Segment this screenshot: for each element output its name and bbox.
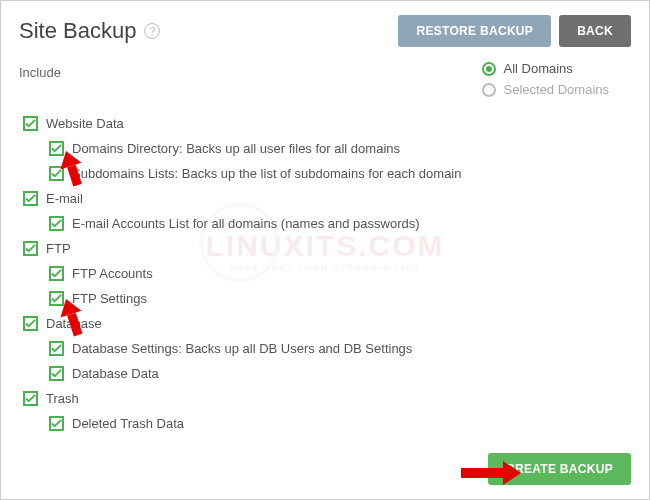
checkbox-ftp-accounts[interactable]: FTP Accounts [49, 261, 631, 286]
radio-label: Selected Domains [504, 82, 610, 97]
radio-selected-domains[interactable]: Selected Domains [482, 82, 610, 97]
item-label: Database Settings: Backs up all DB Users… [72, 341, 412, 356]
checkbox-icon [49, 291, 64, 306]
checkbox-domains-directory[interactable]: Domains Directory: Backs up all user fil… [49, 136, 631, 161]
item-label: Database [46, 316, 102, 331]
item-label: E-mail Accounts List for all domains (na… [72, 216, 420, 231]
item-label: Deleted Trash Data [72, 416, 184, 431]
item-label: Domains Directory: Backs up all user fil… [72, 141, 400, 156]
checkbox-email[interactable]: E-mail [23, 186, 631, 211]
checkbox-icon [49, 366, 64, 381]
item-label: Trash [46, 391, 79, 406]
checkbox-database-settings[interactable]: Database Settings: Backs up all DB Users… [49, 336, 631, 361]
include-label: Include [19, 61, 61, 80]
checkbox-subdomains-lists[interactable]: Subdomains Lists: Backs up the list of s… [49, 161, 631, 186]
backup-tree: Website Data Domains Directory: Backs up… [1, 107, 649, 436]
item-label: Database Data [72, 366, 159, 381]
item-label: FTP [46, 241, 71, 256]
checkbox-website-data[interactable]: Website Data [23, 111, 631, 136]
checkbox-icon [23, 116, 38, 131]
checkbox-icon [49, 416, 64, 431]
help-icon[interactable]: ? [144, 23, 160, 39]
item-label: E-mail [46, 191, 83, 206]
page-title: Site Backup [19, 18, 136, 44]
checkbox-icon [23, 241, 38, 256]
radio-icon [482, 83, 496, 97]
create-backup-button[interactable]: CREATE BACKUP [488, 453, 631, 485]
checkbox-ftp[interactable]: FTP [23, 236, 631, 261]
checkbox-email-accounts[interactable]: E-mail Accounts List for all domains (na… [49, 211, 631, 236]
checkbox-icon [23, 391, 38, 406]
checkbox-database[interactable]: Database [23, 311, 631, 336]
checkbox-icon [49, 266, 64, 281]
restore-backup-button[interactable]: RESTORE BACKUP [398, 15, 551, 47]
checkbox-icon [23, 191, 38, 206]
checkbox-icon [49, 341, 64, 356]
item-label: Website Data [46, 116, 124, 131]
item-label: Subdomains Lists: Backs up the list of s… [72, 166, 462, 181]
checkbox-icon [49, 166, 64, 181]
checkbox-trash[interactable]: Trash [23, 386, 631, 411]
back-button[interactable]: BACK [559, 15, 631, 47]
radio-label: All Domains [504, 61, 573, 76]
radio-all-domains[interactable]: All Domains [482, 61, 610, 76]
item-label: FTP Accounts [72, 266, 153, 281]
checkbox-deleted-trash[interactable]: Deleted Trash Data [49, 411, 631, 436]
item-label: FTP Settings [72, 291, 147, 306]
checkbox-ftp-settings[interactable]: FTP Settings [49, 286, 631, 311]
checkbox-icon [49, 216, 64, 231]
radio-icon [482, 62, 496, 76]
checkbox-icon [49, 141, 64, 156]
checkbox-icon [23, 316, 38, 331]
checkbox-database-data[interactable]: Database Data [49, 361, 631, 386]
